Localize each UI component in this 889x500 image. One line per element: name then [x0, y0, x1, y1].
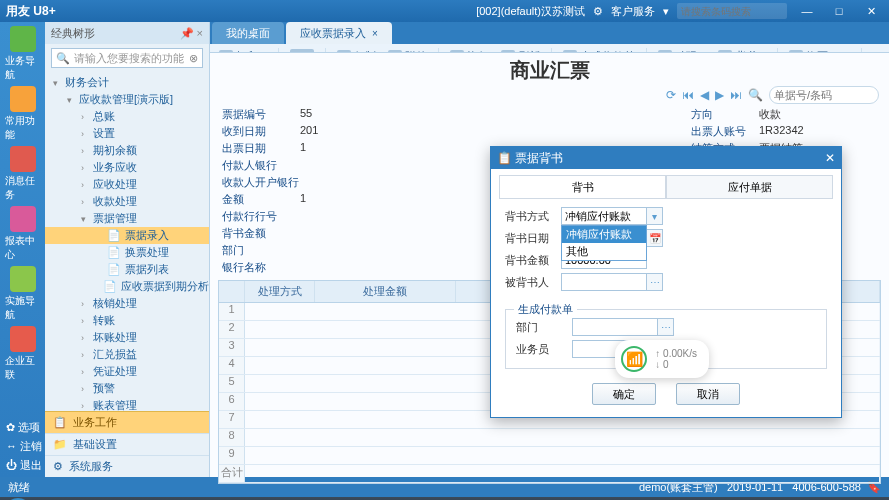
dialog-icon: 📋: [497, 151, 512, 165]
side-header: 经典树形 📌 ×: [45, 22, 209, 44]
tree-item[interactable]: ▾应收款管理[演示版]: [45, 91, 209, 108]
tree-item[interactable]: ▾票据管理: [45, 210, 209, 227]
env-info: [002](default)汉苏测试: [476, 4, 585, 19]
tab-bills[interactable]: 应收票据录入×: [286, 22, 392, 44]
options-link[interactable]: ✿ 选项: [0, 420, 40, 435]
content-area: 我的桌面 应收票据录入× 打印 ▾输出 增加▾ 复制修改 附件 恢复放弃 刷新 …: [210, 22, 889, 477]
record-nav: ⟳ ⏮ ◀ ▶ ⏭ 🔍: [210, 86, 889, 106]
settings-gear-icon[interactable]: ⚙: [593, 5, 603, 18]
doc-title: 商业汇票: [210, 53, 889, 86]
tab-home[interactable]: 我的桌面: [212, 22, 284, 44]
table-row[interactable]: 8: [219, 429, 880, 447]
tab-close-icon[interactable]: ×: [372, 28, 378, 39]
window-close-icon[interactable]: ✕: [859, 5, 883, 18]
tree-item[interactable]: ▾财务会计: [45, 74, 209, 91]
lab-endorse-mode: 背书方式: [505, 209, 561, 224]
tree-item[interactable]: ›收款处理: [45, 193, 209, 210]
ok-button[interactable]: 确定: [592, 383, 656, 405]
help-menu-icon[interactable]: ▾: [663, 5, 669, 18]
exit-link[interactable]: ⏻ 退出: [0, 458, 42, 473]
search-icon: 🔍: [56, 52, 70, 65]
activity-bar: 业务导航 常用功能 消息任务 报表中心 实施导航 企业互联 ✿ 选项 ↔ 注销 …: [0, 22, 45, 477]
input-dept[interactable]: [572, 318, 658, 336]
app-logo: 用友 U8+: [6, 3, 56, 20]
dd-option-1[interactable]: 冲销应付账款: [562, 226, 646, 243]
activity-common[interactable]: 常用功能: [5, 86, 41, 142]
wifi-icon: 📶: [621, 346, 647, 372]
messages-icon: [10, 146, 36, 172]
nav-refresh-icon[interactable]: ⟳: [666, 88, 676, 102]
nav-tree: ▾财务会计▾应收款管理[演示版]›总账›设置›期初余额›业务应收›应收处理›收款…: [45, 72, 209, 411]
status-text: 就绪: [8, 480, 30, 495]
workspace-tabs: 我的桌面 应收票据录入×: [210, 22, 889, 44]
lookup-dept-icon[interactable]: ⋯: [658, 318, 674, 336]
doc-search-input[interactable]: [769, 86, 879, 104]
section-work[interactable]: 📋业务工作: [45, 411, 209, 433]
search-clear-icon[interactable]: ⊗: [189, 52, 198, 65]
tree-item[interactable]: ›坏账处理: [45, 329, 209, 346]
activity-impl[interactable]: 实施导航: [5, 266, 41, 322]
biz-nav-icon: [10, 26, 36, 52]
input-endorse-mode[interactable]: [561, 207, 647, 225]
tree-item[interactable]: ›业务应收: [45, 159, 209, 176]
nav-last-icon[interactable]: ⏭: [730, 88, 742, 102]
tree-item[interactable]: ›核销处理: [45, 295, 209, 312]
dropdown-icon[interactable]: ▾: [647, 207, 663, 225]
dialog-tab-payable[interactable]: 应付单据: [666, 175, 833, 198]
customer-service-link[interactable]: 客户服务: [611, 4, 655, 19]
activity-enterprise[interactable]: 企业互联: [5, 326, 41, 382]
activity-messages[interactable]: 消息任务: [5, 146, 41, 202]
tree-item[interactable]: 📄票据列表: [45, 261, 209, 278]
activity-reports[interactable]: 报表中心: [5, 206, 41, 262]
nav-first-icon[interactable]: ⏮: [682, 88, 694, 102]
nav-prev-icon[interactable]: ◀: [700, 88, 709, 102]
nav-search-icon[interactable]: 🔍: [748, 88, 763, 102]
tree-item[interactable]: ›预警: [45, 380, 209, 397]
lookup-icon[interactable]: ⋯: [647, 273, 663, 291]
side-search[interactable]: 🔍 请输入您要搜索的功能 ⊗: [51, 48, 203, 68]
tree-item[interactable]: ›应收处理: [45, 176, 209, 193]
section-basic[interactable]: 📁基础设置: [45, 433, 209, 455]
reports-icon: [10, 206, 36, 232]
tree-item[interactable]: 📄票据录入: [45, 227, 209, 244]
side-panel: 经典树形 📌 × 🔍 请输入您要搜索的功能 ⊗ ▾财务会计▾应收款管理[演示版]…: [45, 22, 210, 477]
calendar-icon[interactable]: 📅: [647, 229, 663, 247]
dialog-close-icon[interactable]: ✕: [825, 151, 835, 165]
activity-biz-nav[interactable]: 业务导航: [5, 26, 41, 82]
tree-item[interactable]: ›转账: [45, 312, 209, 329]
ribbon-toolbar: 打印 ▾输出 增加▾ 复制修改 附件 恢复放弃 刷新 生成收款单取消收款 贴现 …: [210, 44, 889, 53]
enterprise-icon: [10, 326, 36, 352]
tree-item[interactable]: ›设置: [45, 125, 209, 142]
tree-item[interactable]: 📄换票处理: [45, 244, 209, 261]
tree-item[interactable]: ›凭证处理: [45, 363, 209, 380]
dropdown-list: 冲销应付账款 其他: [561, 225, 647, 261]
tree-item[interactable]: ›汇兑损益: [45, 346, 209, 363]
dd-option-2[interactable]: 其他: [562, 243, 646, 260]
window-max-icon[interactable]: □: [827, 5, 851, 17]
window-min-icon[interactable]: —: [795, 5, 819, 17]
pin-icon[interactable]: 📌 ×: [180, 27, 203, 40]
title-bar: 用友 U8+ [002](default)汉苏测试 ⚙ 客户服务 ▾ — □ ✕: [0, 0, 889, 22]
cancel-button[interactable]: 取消: [676, 383, 740, 405]
logout-link[interactable]: ↔ 注销: [0, 439, 42, 454]
impl-icon: [10, 266, 36, 292]
common-icon: [10, 86, 36, 112]
dialog-tab-endorse[interactable]: 背书: [499, 175, 666, 198]
tree-item[interactable]: ›账表管理: [45, 397, 209, 411]
input-endorsee[interactable]: [561, 273, 647, 291]
table-row[interactable]: 9: [219, 447, 880, 465]
section-system[interactable]: ⚙系统服务: [45, 455, 209, 477]
tree-item[interactable]: ›期初余额: [45, 142, 209, 159]
dialog-titlebar: 📋 票据背书 ✕: [491, 147, 841, 169]
tree-item[interactable]: 📄应收票据到期分析: [45, 278, 209, 295]
global-search-input[interactable]: [677, 3, 787, 19]
network-popup: 📶 ↑ 0.00K/s↓ 0: [615, 340, 709, 378]
nav-next-icon[interactable]: ▶: [715, 88, 724, 102]
tree-item[interactable]: ›总账: [45, 108, 209, 125]
